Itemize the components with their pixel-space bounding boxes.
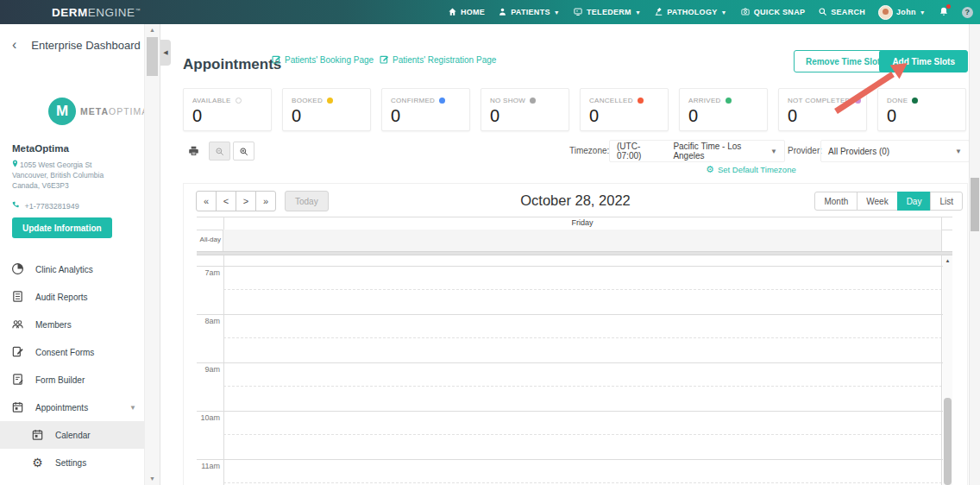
scrollbar-thumb[interactable] bbox=[147, 37, 158, 76]
chevron-down-icon: ▼ bbox=[129, 404, 136, 412]
nav-quick-snap[interactable]: QUICK SNAP bbox=[740, 7, 806, 18]
status-label: BOOKED bbox=[292, 97, 323, 104]
scroll-down-icon[interactable]: ▼ bbox=[145, 474, 160, 484]
status-count: 0 bbox=[192, 106, 271, 126]
page-scrollbar[interactable] bbox=[969, 24, 980, 485]
view-list-button[interactable]: List bbox=[930, 192, 963, 211]
provider-select[interactable]: All Providers (0) ▼ bbox=[820, 140, 970, 162]
nav-telederm[interactable]: TELEDERM ▼ bbox=[573, 7, 641, 18]
view-month-button[interactable]: Month bbox=[814, 192, 858, 211]
printer-icon bbox=[188, 145, 199, 157]
sidebar-item-calendar[interactable]: Calendar bbox=[0, 421, 145, 449]
time-row-9am[interactable]: 9am bbox=[197, 362, 952, 411]
time-grid[interactable]: 7am 8am 9am 10am 11am ▲ bbox=[197, 255, 952, 485]
calendar-view-switcher: Month Week Day List bbox=[814, 192, 963, 211]
nav-telederm-label: TELEDERM bbox=[587, 8, 631, 16]
report-icon bbox=[11, 290, 24, 305]
telederm-icon bbox=[573, 7, 583, 18]
sidebar-item-settings[interactable]: ⚙ Settings bbox=[0, 449, 145, 476]
sidebar-item-members[interactable]: Members bbox=[0, 311, 145, 338]
time-grid-stub bbox=[197, 255, 952, 266]
appointments-submenu: Calendar ⚙ Settings bbox=[0, 421, 145, 476]
status-label: NO SHOW bbox=[490, 97, 525, 104]
help-icon[interactable]: ? bbox=[962, 7, 973, 18]
status-dot-icon bbox=[638, 98, 644, 104]
all-day-slot[interactable] bbox=[223, 230, 942, 251]
time-label: 8am bbox=[197, 317, 220, 325]
notifications-button[interactable] bbox=[939, 6, 949, 19]
set-default-timezone-link[interactable]: ⚙ Set Default Timezone bbox=[706, 165, 796, 174]
print-button[interactable] bbox=[183, 142, 204, 161]
day-header: Friday bbox=[223, 217, 942, 230]
pie-chart-icon bbox=[11, 262, 24, 277]
chevron-down-icon: ▼ bbox=[920, 9, 926, 16]
half-hour-line bbox=[223, 434, 942, 435]
page-title: Appointments bbox=[183, 56, 281, 73]
scrollbar-thumb[interactable] bbox=[971, 178, 979, 231]
view-day-button[interactable]: Day bbox=[897, 192, 932, 211]
timezone-select[interactable]: (UTC-07:00) Pacific Time - Los Angeles ▼ bbox=[609, 140, 785, 162]
sidebar-item-audit-reports[interactable]: Audit Reports bbox=[0, 283, 145, 311]
scroll-up-icon[interactable]: ▲ bbox=[943, 258, 952, 263]
scroll-up-icon[interactable]: ▲ bbox=[145, 25, 160, 35]
time-row-7am[interactable]: 7am bbox=[197, 266, 952, 314]
logo-trademark: ™ bbox=[135, 7, 141, 12]
address-line-2: Vancouver, British Columbia bbox=[12, 170, 104, 180]
status-dot-icon bbox=[726, 98, 732, 104]
metaoptima-logo-mark: M bbox=[48, 98, 76, 125]
registration-link-label: Patients' Registration Page bbox=[393, 55, 496, 65]
zoom-out-button[interactable] bbox=[209, 142, 230, 161]
nav-pathology[interactable]: PATHOLOGY ▼ bbox=[654, 7, 727, 18]
day-header-row: Friday bbox=[197, 217, 952, 230]
scrollbar-thumb[interactable] bbox=[944, 398, 952, 485]
sidebar-item-label: Audit Reports bbox=[35, 293, 88, 302]
status-count: 0 bbox=[589, 106, 668, 126]
zoom-in-button[interactable] bbox=[233, 142, 254, 161]
time-row-11am[interactable]: 11am bbox=[197, 459, 952, 485]
status-dot-icon bbox=[439, 98, 445, 104]
all-day-row: All-day bbox=[197, 230, 952, 251]
nav-search-label: SEARCH bbox=[831, 8, 865, 16]
sidebar-scrollbar[interactable]: ▲ ▼ bbox=[144, 24, 160, 485]
provider-label: Provider: bbox=[788, 146, 822, 155]
patients-registration-page-link[interactable]: Patients' Registration Page bbox=[380, 54, 496, 66]
clinic-address: 1055 West Georgia St Vancouver, British … bbox=[12, 160, 104, 191]
user-menu[interactable]: John ▼ bbox=[878, 5, 926, 20]
sidebar-item-form-builder[interactable]: Form Builder bbox=[0, 366, 145, 394]
status-label: CANCELLED bbox=[589, 97, 633, 104]
half-hour-line bbox=[223, 482, 942, 483]
patients-icon bbox=[498, 7, 507, 18]
nav-patients[interactable]: PATIENTS ▼ bbox=[498, 7, 560, 18]
status-card-arrived: ARRIVED 0 bbox=[679, 88, 768, 131]
sidebar-item-consent-forms[interactable]: Consent Forms bbox=[0, 338, 145, 366]
nav-search[interactable]: SEARCH bbox=[818, 7, 865, 18]
sidebar-item-clinic-analytics[interactable]: Clinic Analytics bbox=[0, 255, 145, 283]
home-icon bbox=[448, 7, 457, 18]
address-line-1: 1055 West Georgia St bbox=[20, 161, 91, 169]
sidebar-back[interactable]: ‹ Enterprise Dashboard bbox=[12, 38, 141, 52]
update-information-button[interactable]: Update Information bbox=[12, 217, 112, 238]
status-dot-icon bbox=[530, 98, 536, 104]
view-week-button[interactable]: Week bbox=[857, 192, 897, 211]
chevron-left-icon: ‹ bbox=[12, 38, 16, 52]
time-label: 7am bbox=[197, 268, 220, 277]
day-column-border bbox=[941, 255, 942, 485]
half-hour-line bbox=[223, 289, 942, 290]
status-card-available: AVAILABLE 0 bbox=[183, 88, 272, 131]
members-icon bbox=[11, 318, 24, 332]
map-pin-icon bbox=[12, 161, 18, 169]
time-row-8am[interactable]: 8am bbox=[197, 314, 952, 362]
add-time-slots-button[interactable]: Add Time Slots bbox=[879, 50, 968, 72]
calendar-scrollbar[interactable]: ▲ bbox=[943, 255, 952, 485]
sidebar-item-appointments[interactable]: Appointments ▼ bbox=[0, 394, 145, 421]
status-card-confirmed: CONFIRMED 0 bbox=[381, 88, 470, 131]
sidebar-collapse-handle[interactable]: ◀ bbox=[160, 40, 171, 66]
form-builder-icon bbox=[11, 373, 24, 387]
half-hour-line bbox=[223, 386, 942, 387]
time-row-10am[interactable]: 10am bbox=[197, 411, 952, 459]
dermengine-logo: DERMENGINE™ bbox=[52, 6, 141, 19]
status-card-cancelled: CANCELLED 0 bbox=[580, 88, 669, 131]
nav-home[interactable]: HOME bbox=[448, 7, 485, 18]
patients-booking-page-link[interactable]: Patients' Booking Page bbox=[272, 54, 374, 66]
sidebar: ‹ Enterprise Dashboard M METAOPTIMA Meta… bbox=[0, 24, 160, 485]
